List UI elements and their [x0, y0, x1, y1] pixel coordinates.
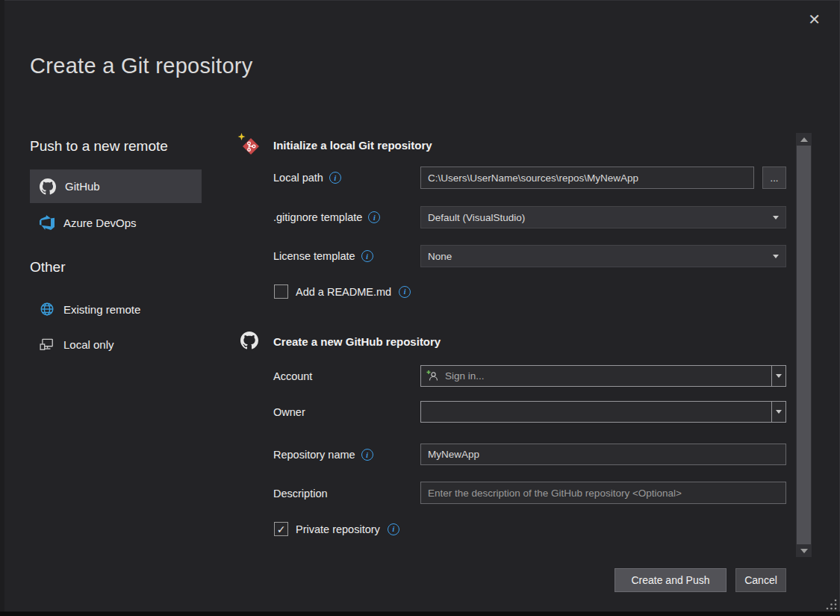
chevron-down-icon [776, 410, 782, 414]
other-heading: Other [30, 259, 66, 276]
gitignore-dropdown[interactable]: Default (VisualStudio) [420, 206, 786, 228]
account-combo-value: Sign in... [445, 370, 485, 382]
local-path-label-row: Local path i [273, 172, 341, 184]
new-repository-icon [237, 133, 260, 155]
info-icon[interactable]: i [361, 449, 373, 461]
scrollbar-track[interactable] [796, 133, 812, 557]
private-checkbox-row: ✓ Private repository i [274, 522, 399, 536]
sidebar-item-label: GitHub [65, 180, 100, 193]
azure-devops-icon [40, 215, 55, 230]
create-git-repository-dialog: ✕ Create a Git repository Push to a new … [0, 0, 840, 616]
license-label-row: License template i [273, 250, 373, 262]
account-label: Account [273, 370, 312, 382]
owner-label-row: Owner [273, 406, 305, 418]
local-path-label: Local path [273, 172, 323, 184]
scroll-up-button[interactable] [796, 133, 812, 146]
sidebar-item-label: Existing remote [63, 303, 140, 316]
info-icon[interactable]: i [368, 211, 380, 223]
push-remote-heading: Push to a new remote [30, 138, 168, 155]
readme-checkbox[interactable] [274, 284, 288, 299]
dialog-left-edge [0, 0, 4, 616]
create-and-push-button[interactable]: Create and Push [615, 568, 727, 592]
private-label: Private repository [296, 523, 380, 535]
sidebar-item-github[interactable]: GitHub [30, 169, 202, 203]
chevron-down-icon [773, 216, 779, 220]
description-label-row: Description [273, 488, 328, 500]
sidebar-item-local-only[interactable]: Local only [30, 329, 202, 359]
account-combo-value-row: Sign in... [421, 366, 771, 386]
computer-icon [40, 337, 55, 352]
readme-label: Add a README.md [296, 286, 391, 298]
info-icon[interactable]: i [361, 250, 373, 262]
account-combo-arrow[interactable] [771, 366, 785, 386]
arrow-down-icon [800, 549, 808, 553]
owner-combo[interactable] [420, 401, 786, 423]
sidebar-item-existing-remote[interactable]: Existing remote [30, 294, 202, 324]
globe-icon [40, 302, 55, 317]
chevron-down-icon [776, 374, 782, 378]
license-label: License template [273, 250, 355, 262]
github-icon [240, 332, 258, 349]
owner-combo-value-row [421, 402, 771, 422]
info-icon[interactable]: i [329, 172, 341, 184]
description-input[interactable] [420, 482, 786, 504]
github-icon [40, 178, 56, 195]
cancel-button[interactable]: Cancel [735, 568, 786, 592]
sidebar-item-azure-devops[interactable]: Azure DevOps [30, 208, 202, 237]
info-icon[interactable]: i [388, 523, 399, 535]
license-dropdown[interactable]: None [420, 245, 786, 267]
dialog-bottom-edge [0, 612, 840, 616]
scrollbar-thumb[interactable] [797, 146, 811, 544]
license-dropdown-value: None [428, 251, 452, 262]
owner-label: Owner [273, 406, 305, 418]
description-label: Description [273, 488, 328, 500]
resize-grip[interactable] [826, 599, 837, 610]
dialog-title: Create a Git repository [30, 54, 253, 78]
local-path-input[interactable] [420, 167, 754, 189]
gitignore-label-row: .gitignore template i [273, 211, 380, 223]
account-label-row: Account [273, 370, 312, 382]
readme-checkbox-row: Add a README.md i [274, 284, 411, 299]
close-icon[interactable]: ✕ [808, 12, 821, 27]
create-github-repo-heading: Create a new GitHub repository [273, 335, 441, 348]
arrow-up-icon [800, 137, 808, 142]
gitignore-label: .gitignore template [273, 211, 362, 223]
repository-name-input[interactable] [420, 444, 786, 465]
private-checkbox[interactable]: ✓ [274, 522, 288, 536]
initialize-local-repo-heading: Initialize a local Git repository [273, 139, 432, 152]
repository-name-label: Repository name [273, 449, 355, 461]
browse-button[interactable]: ... [762, 167, 786, 189]
add-user-icon [426, 370, 439, 382]
chevron-down-icon [773, 255, 779, 258]
sidebar-item-label: Azure DevOps [63, 217, 137, 229]
repository-name-label-row: Repository name i [273, 449, 373, 461]
sidebar-item-label: Local only [63, 338, 114, 351]
account-combo[interactable]: Sign in... [420, 365, 786, 387]
gitignore-dropdown-value: Default (VisualStudio) [428, 212, 525, 223]
owner-combo-arrow[interactable] [771, 402, 785, 422]
info-icon[interactable]: i [399, 286, 411, 298]
scroll-down-button[interactable] [796, 544, 812, 557]
